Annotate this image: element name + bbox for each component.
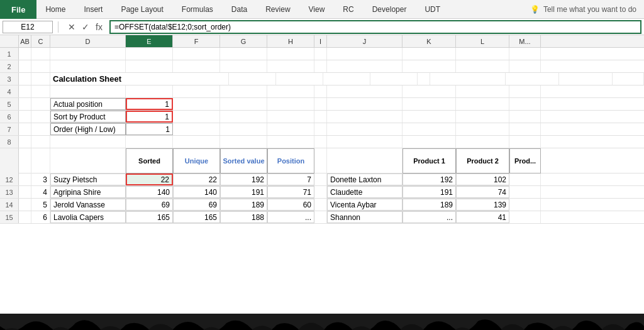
unique-header: Unique [173, 148, 220, 173]
product2-cell[interactable]: 139 [456, 199, 509, 211]
table-row: 2 [0, 60, 644, 73]
ribbon-tab-formulas[interactable]: Formulas [173, 0, 223, 18]
unique-cell[interactable]: 69 [173, 199, 220, 211]
col-header-f[interactable]: F [173, 35, 220, 47]
row-num-header [0, 35, 19, 47]
product2-cell[interactable]: 41 [456, 211, 509, 223]
name-cell[interactable]: Agripina Shire [50, 186, 126, 198]
product1-cell[interactable]: 191 [402, 186, 456, 198]
row-num: 7 [0, 123, 19, 135]
product1-cell[interactable]: 189 [402, 199, 456, 211]
ribbon-tab-rc[interactable]: RC [334, 0, 363, 18]
order-value[interactable]: 1 [126, 123, 173, 135]
unique-cell[interactable]: 140 [173, 186, 220, 198]
col-header-l[interactable]: L [456, 35, 509, 47]
confirm-icon[interactable]: ✓ [80, 22, 91, 32]
ribbon-tab-data[interactable]: Data [223, 0, 257, 18]
row-num: 1 [0, 48, 19, 60]
col-header-i[interactable]: I [314, 35, 327, 47]
name-cell[interactable]: Lavolia Capers [50, 211, 126, 223]
name2-cell[interactable]: Claudette [327, 186, 402, 198]
sorted-cell[interactable]: 140 [126, 186, 173, 198]
data-header-row: Sorted Unique Sorted value Position Prod… [0, 148, 644, 173]
position-cell[interactable]: 60 [267, 199, 314, 211]
row-num: 8 [0, 136, 19, 148]
table-row: 6 Sort by Product 1 [0, 111, 644, 123]
unique-cell[interactable]: 22 [173, 173, 220, 185]
position-cell[interactable]: 7 [267, 173, 314, 185]
sorted-val-cell[interactable]: 188 [220, 211, 267, 223]
sorted-val-cell[interactable]: 189 [220, 199, 267, 211]
cancel-icon[interactable]: ✕ [66, 22, 77, 32]
torn-paper-overlay [0, 314, 644, 330]
product2-header: Product 2 [456, 148, 509, 173]
column-headers: AB C D E F G H I J K L M... [0, 35, 644, 48]
name-cell[interactable]: Suzy Pietsch [50, 173, 126, 185]
product1-header: Product 1 [402, 148, 456, 173]
col-header-k[interactable]: K [402, 35, 456, 47]
name-cell[interactable]: Jerold Vanasse [50, 199, 126, 211]
formula-input[interactable] [109, 20, 641, 34]
table-row: 1 [0, 48, 644, 60]
row-num [0, 148, 19, 173]
sort-by-product-value[interactable]: 1 [126, 111, 173, 123]
col-header-d[interactable]: D [50, 35, 126, 47]
order-label: Order (High / Low) [50, 123, 126, 135]
table-row: 7 Order (High / Low) 1 [0, 123, 644, 136]
col-header-ab[interactable]: AB [19, 35, 31, 47]
row-num: 15 [0, 211, 19, 223]
section-title: Calculation Sheet [50, 73, 229, 85]
ribbon-tab-review[interactable]: Review [257, 0, 299, 18]
file-menu[interactable]: File [0, 0, 36, 19]
spreadsheet-grid: 1 2 3 Calculation Sheet [0, 48, 644, 315]
product2-cell[interactable]: 102 [456, 173, 509, 185]
table-row: 8 [0, 136, 644, 148]
ribbon-tab-view[interactable]: View [300, 0, 335, 18]
ribbon-tab-page layout[interactable]: Page Layout [112, 0, 172, 18]
row-num: 4 [0, 85, 19, 97]
position-cell[interactable]: ... [267, 211, 314, 223]
row-num: 12 [0, 173, 19, 185]
col-header-m[interactable]: M... [509, 35, 541, 47]
position-header: Position [267, 148, 314, 173]
product3-header: Prod... [509, 148, 541, 173]
fx-icon[interactable]: fx [94, 22, 104, 32]
row-num: 3 [0, 73, 19, 85]
actual-position-label: Actual position [50, 98, 126, 110]
name2-cell[interactable]: Vicenta Aybar [327, 199, 402, 211]
col-header-j[interactable]: J [327, 35, 402, 47]
ribbon-search[interactable]: 💡Tell me what you want to do [523, 0, 644, 18]
ribbon-tab-home[interactable]: Home [36, 0, 75, 18]
col-header-c[interactable]: C [31, 35, 50, 47]
table-row: 4 [0, 85, 644, 98]
sort-by-product-label: Sort by Product [50, 111, 126, 123]
sorted-val-cell[interactable]: 191 [220, 186, 267, 198]
col-header-h[interactable]: H [267, 35, 314, 47]
position-cell[interactable]: 71 [267, 186, 314, 198]
product1-cell[interactable]: ... [402, 211, 456, 223]
name2-cell[interactable]: Shannon [327, 211, 402, 223]
product2-cell[interactable]: 74 [456, 186, 509, 198]
ribbon-tab-developer[interactable]: Developer [364, 0, 416, 18]
table-row: 15 6 Lavolia Capers 165 165 188 ... Shan… [0, 211, 644, 224]
table-row: 14 5 Jerold Vanasse 69 69 189 60 Vicenta… [0, 199, 644, 211]
ribbon-tab-insert[interactable]: Insert [75, 0, 112, 18]
unique-cell[interactable]: 165 [173, 211, 220, 223]
row-num: 6 [0, 111, 19, 123]
name2-cell[interactable]: Donette Laxton [327, 173, 402, 185]
sorted-val-cell[interactable]: 192 [220, 173, 267, 185]
sorted-cell[interactable]: 69 [126, 199, 173, 211]
cell-reference-box[interactable] [3, 21, 53, 33]
row-num: 13 [0, 186, 19, 198]
row-num: 5 [0, 98, 19, 110]
col-header-e[interactable]: E [126, 35, 173, 47]
sorted-cell[interactable]: 165 [126, 211, 173, 223]
lightbulb-icon: 💡 [530, 5, 540, 14]
product1-cell[interactable]: 192 [402, 173, 456, 185]
col-header-g[interactable]: G [220, 35, 267, 47]
ribbon-tab-udt[interactable]: UDT [416, 0, 450, 18]
row-num: 2 [0, 60, 19, 72]
sorted-cell[interactable]: 22 [126, 173, 173, 185]
sorted-value-header: Sorted value [220, 148, 267, 173]
actual-position-value[interactable]: 1 [126, 98, 173, 110]
